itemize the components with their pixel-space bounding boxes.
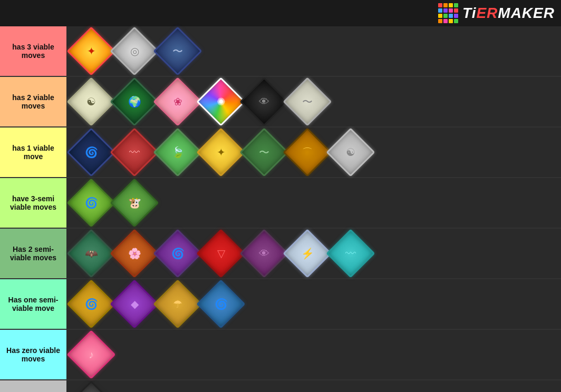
badge-item[interactable]: ✦ — [200, 132, 241, 173]
tier-label: Has one semi-viable move — [0, 279, 66, 329]
badge-item[interactable]: ◎ — [114, 31, 155, 72]
badge-item[interactable]: ☯ — [330, 132, 371, 173]
tier-items: 🦇🌸🌀▽👁⚡〰 — [66, 229, 561, 278]
tier-label: have 3-semi viable moves — [0, 178, 66, 228]
tier-row-row7: Has zero viable moves♪ — [0, 330, 561, 380]
tier-row-row3: has 1 viable move🌀〰🍃✦〜⌒☯ — [0, 128, 561, 178]
badge-item[interactable]: 🦇 — [71, 233, 112, 274]
tiermaker-logo: TiERMAKER — [438, 3, 555, 23]
tier-items: ♪ — [66, 330, 561, 379]
badge-item[interactable]: 🌀 — [157, 233, 198, 274]
header: TiERMAKER — [0, 0, 561, 26]
tier-row-row1: has 3 viable moves✦◎〜 — [0, 26, 561, 77]
tier-label: not a normal element — [0, 380, 66, 392]
app-container: TiERMAKER has 3 viable moves✦◎〜has 2 via… — [0, 0, 561, 392]
tier-row-row2: has 2 viable moves☯🌍❀✺👁〜 — [0, 77, 561, 128]
tier-list: has 3 viable moves✦◎〜has 2 viable moves☯… — [0, 26, 561, 392]
tier-items: ✦◎〜 — [66, 26, 561, 76]
badge-item[interactable]: 🐮 — [114, 182, 155, 223]
badge-item[interactable]: 🌀 — [71, 283, 112, 325]
badge-item[interactable]: 🌍 — [114, 81, 155, 122]
tier-label: has 1 viable move — [0, 128, 66, 177]
tier-label: Has 2 semi-viable moves — [0, 229, 66, 278]
tier-row-row4: have 3-semi viable moves🌀🐮 — [0, 178, 561, 229]
badge-item[interactable]: ☂ — [157, 283, 198, 325]
badge-item[interactable]: 〜 — [244, 132, 285, 173]
tier-row-row8: not a normal element💀 — [0, 380, 561, 392]
badge-item[interactable]: ✦ — [71, 31, 112, 72]
badge-item[interactable]: 🌀 — [200, 283, 241, 325]
badge-item[interactable]: ☯ — [71, 81, 112, 122]
badge-item[interactable]: ❀ — [157, 81, 198, 122]
badge-item[interactable]: ▽ — [200, 233, 241, 274]
badge-item[interactable]: 🌀 — [71, 132, 112, 173]
tier-items: 💀 — [66, 380, 561, 392]
badge-item[interactable]: ✺ — [200, 81, 241, 122]
tier-items: 🌀〰🍃✦〜⌒☯ — [66, 128, 561, 177]
badge-item[interactable]: 🌸 — [114, 233, 155, 274]
badge-item[interactable]: 👁 — [244, 81, 285, 122]
badge-item[interactable]: 🍃 — [157, 132, 198, 173]
badge-item[interactable]: ⚡ — [287, 233, 328, 274]
tier-label: Has zero viable moves — [0, 330, 66, 379]
logo-text: TiERMAKER — [462, 5, 555, 22]
badge-item[interactable]: ♪ — [71, 334, 112, 375]
badge-item[interactable]: 〜 — [157, 31, 198, 72]
badge-item[interactable]: ◆ — [114, 283, 155, 325]
logo-grid — [438, 3, 458, 23]
badge-item[interactable]: 〰 — [330, 233, 371, 274]
badge-item[interactable]: 〜 — [287, 81, 328, 122]
badge-item[interactable]: 🌀 — [71, 182, 112, 223]
tier-row-row6: Has one semi-viable move🌀◆☂🌀 — [0, 279, 561, 330]
badge-item[interactable]: 💀 — [71, 385, 112, 392]
badge-item[interactable]: ⌒ — [287, 132, 328, 173]
badge-item[interactable]: 〰 — [114, 132, 155, 173]
badge-item[interactable]: 👁 — [244, 233, 285, 274]
tier-items: 🌀◆☂🌀 — [66, 279, 561, 329]
tier-label: has 3 viable moves — [0, 26, 66, 76]
tier-label: has 2 viable moves — [0, 77, 66, 126]
tier-items: 🌀🐮 — [66, 178, 561, 228]
tier-row-row5: Has 2 semi-viable moves🦇🌸🌀▽👁⚡〰 — [0, 229, 561, 279]
tier-items: ☯🌍❀✺👁〜 — [66, 77, 561, 126]
